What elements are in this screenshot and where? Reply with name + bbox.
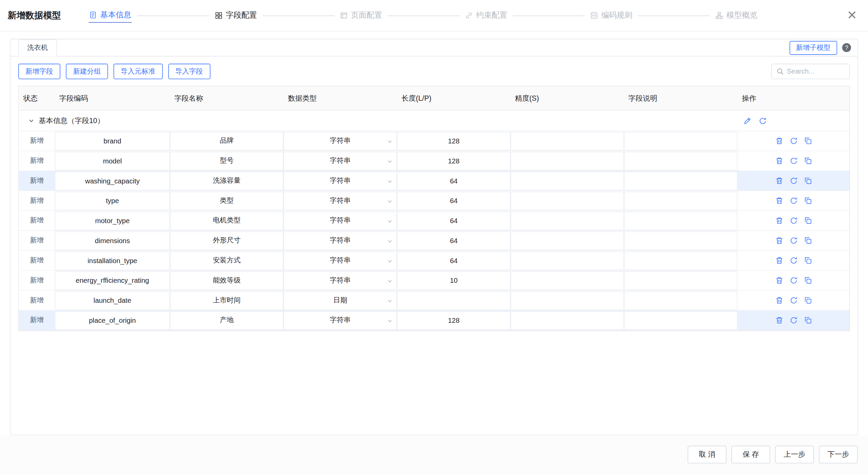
field-code-cell[interactable]: place_of_origin [55,311,170,330]
field-code-cell[interactable]: dimensions [55,231,170,250]
description-cell[interactable] [624,231,737,250]
field-code-cell[interactable]: type [55,191,170,210]
length-cell[interactable] [397,291,511,310]
description-cell[interactable] [624,311,737,330]
field-name-cell[interactable]: 能效等级 [170,271,283,290]
next-step-button[interactable]: 下一步 [819,446,857,463]
delete-icon[interactable] [775,137,783,145]
precision-cell[interactable] [511,231,624,250]
sync-icon[interactable] [789,276,797,284]
field-code-cell[interactable]: installation_type [55,251,170,270]
step-page-config[interactable]: 页面配置 [340,11,382,20]
field-name-cell[interactable]: 产地 [170,311,283,330]
description-cell[interactable] [624,171,737,190]
delete-icon[interactable] [775,197,783,205]
step-basic-info[interactable]: 基本信息 [88,8,132,22]
sync-icon[interactable] [789,217,797,225]
data-type-select[interactable]: 字符串 [283,132,397,151]
length-cell[interactable]: 64 [397,191,511,210]
field-code-cell[interactable]: model [55,152,170,171]
precision-cell[interactable] [511,132,624,151]
data-type-select[interactable]: 字符串 [283,211,397,230]
import-field-button[interactable]: 导入字段 [168,64,210,79]
field-name-cell[interactable]: 安装方式 [170,251,283,270]
add-field-button[interactable]: 新增字段 [18,64,60,79]
description-cell[interactable] [624,271,737,290]
length-cell[interactable]: 64 [397,251,511,270]
precision-cell[interactable] [511,291,624,310]
cancel-button[interactable]: 取 消 [688,446,726,463]
description-cell[interactable] [624,291,737,310]
sync-icon[interactable] [789,177,797,185]
step-constraint-config[interactable]: 约束配置 [465,11,507,20]
field-code-cell[interactable]: launch_date [55,291,170,310]
close-icon[interactable]: ✕ [845,8,859,22]
copy-icon[interactable] [804,276,812,284]
data-type-select[interactable]: 字符串 [283,311,397,330]
field-code-cell[interactable]: washing_capacity [55,171,170,190]
sync-icon[interactable] [789,236,797,244]
precision-cell[interactable] [511,191,624,210]
copy-icon[interactable] [804,296,812,304]
copy-icon[interactable] [804,177,812,185]
description-cell[interactable] [624,132,737,151]
step-model-overview[interactable]: 模型概览 [715,11,757,20]
description-cell[interactable] [624,251,737,270]
search-input[interactable] [787,67,845,75]
copy-icon[interactable] [804,137,812,145]
length-cell[interactable]: 128 [397,152,511,171]
data-type-select[interactable]: 字符串 [283,271,397,290]
length-cell[interactable]: 64 [397,211,511,230]
new-group-button[interactable]: 新建分组 [66,64,108,79]
prev-step-button[interactable]: 上一步 [775,446,814,463]
chevron-down-icon[interactable] [28,118,34,124]
sync-icon[interactable] [789,296,797,304]
delete-icon[interactable] [775,296,783,304]
delete-icon[interactable] [775,177,783,185]
length-cell[interactable]: 10 [397,271,511,290]
field-code-cell[interactable]: brand [55,132,170,151]
field-name-cell[interactable]: 洗涤容量 [170,171,283,190]
data-type-select[interactable]: 字符串 [283,152,397,171]
precision-cell[interactable] [511,271,624,290]
length-cell[interactable]: 64 [397,231,511,250]
sync-icon[interactable] [758,117,767,125]
import-meta-standard-button[interactable]: 导入元标准 [114,64,163,79]
precision-cell[interactable] [511,311,624,330]
add-submodel-button[interactable]: 新增子模型 [789,41,837,55]
field-name-cell[interactable]: 上市时间 [170,291,283,310]
data-type-select[interactable]: 字符串 [283,171,397,190]
precision-cell[interactable] [511,251,624,270]
data-type-select[interactable]: 字符串 [283,231,397,250]
delete-icon[interactable] [775,256,783,264]
description-cell[interactable] [624,191,737,210]
description-cell[interactable] [624,152,737,171]
copy-icon[interactable] [804,157,812,165]
copy-icon[interactable] [804,236,812,244]
copy-icon[interactable] [804,316,812,324]
sync-icon[interactable] [789,137,797,145]
copy-icon[interactable] [804,217,812,225]
field-name-cell[interactable]: 类型 [170,191,283,210]
field-code-cell[interactable]: energy_rfficiency_rating [55,271,170,290]
field-name-cell[interactable]: 电机类型 [170,211,283,230]
field-name-cell[interactable]: 型号 [170,152,283,171]
data-type-select[interactable]: 日期 [283,291,397,310]
data-type-select[interactable]: 字符串 [283,251,397,270]
delete-icon[interactable] [775,276,783,284]
sync-icon[interactable] [789,316,797,324]
delete-icon[interactable] [775,157,783,165]
step-coding-rules[interactable]: 编码规则 [590,11,632,20]
sync-icon[interactable] [789,256,797,264]
delete-icon[interactable] [775,217,783,225]
delete-icon[interactable] [775,316,783,324]
field-name-cell[interactable]: 品牌 [170,132,283,151]
precision-cell[interactable] [511,152,624,171]
field-name-cell[interactable]: 外形尺寸 [170,231,283,250]
copy-icon[interactable] [804,256,812,264]
help-icon[interactable]: ? [842,43,851,52]
data-type-select[interactable]: 字符串 [283,191,397,210]
save-button[interactable]: 保 存 [731,446,770,463]
copy-icon[interactable] [804,197,812,205]
length-cell[interactable]: 128 [397,311,511,330]
